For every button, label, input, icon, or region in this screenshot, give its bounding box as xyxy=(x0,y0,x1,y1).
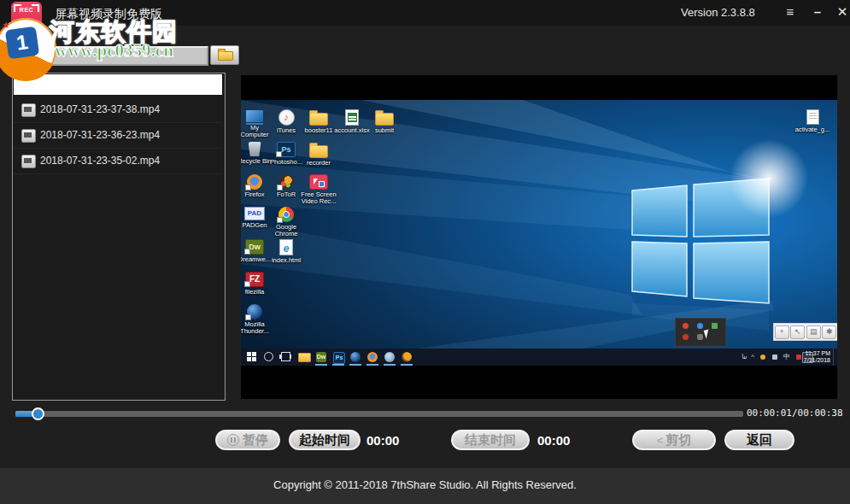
recordings-list-panel: 2018-07-31-23-37-38.mp4 2018-07-31-23-36… xyxy=(12,73,226,401)
taskbar-photoshop-icon: Ps xyxy=(333,352,345,364)
document-icon xyxy=(806,109,819,125)
app-window: REC 屏幕视频录制免费版 Version 2.3.8.8 ≡ – ✕ ★ 1 … xyxy=(0,0,850,504)
recorder-mini-toolbar: + ↖ ▤ ✱ xyxy=(773,323,837,341)
tray-red-icon xyxy=(683,323,689,329)
seek-thumb[interactable] xyxy=(32,407,44,420)
desktop-icon-activate-guide: activate_g... xyxy=(794,109,830,133)
padgen-icon: PAD xyxy=(244,207,265,220)
firefox-icon xyxy=(247,174,262,190)
desktop-icon-account-xlsx: account.xlsx xyxy=(334,109,370,134)
version-label: Version 2.3.8.8 xyxy=(681,6,755,19)
minimize-icon[interactable]: – xyxy=(807,3,828,21)
end-time-button[interactable]: 结束时间 xyxy=(451,430,530,450)
show-desktop-sliver xyxy=(833,349,837,366)
file-row-2[interactable]: 2018-07-31-23-36-23.mp4 xyxy=(14,122,222,149)
volume-icon xyxy=(772,355,777,360)
taskbar-firefox-icon xyxy=(367,352,378,362)
pause-button[interactable]: 暂停 xyxy=(215,430,280,450)
desktop-icon-booster11: booster11 xyxy=(301,109,337,134)
tray-rec-icon xyxy=(796,355,801,360)
end-time-value: 00:00 xyxy=(537,433,570,448)
clock-date: 7/31/2018 xyxy=(804,357,830,364)
move-tool-icon: + xyxy=(775,325,789,339)
desktop-icon-submit: submit xyxy=(366,109,402,134)
desktop-icon-filezilla: FZ filezilla xyxy=(241,272,273,296)
ime-indicator: 中 xyxy=(783,353,790,360)
chrome-icon xyxy=(278,207,294,222)
file-row-1[interactable]: 2018-07-31-23-37-38.mp4 xyxy=(14,97,222,123)
folder-icon xyxy=(218,51,233,61)
split-tool-icon: ▤ xyxy=(806,325,821,339)
start-button-icon xyxy=(247,352,257,362)
tray-overflow-popup xyxy=(675,318,726,347)
desktop-icon-itunes: ♪ iTunes xyxy=(268,109,304,134)
start-time-value: 00:00 xyxy=(366,433,399,448)
browse-folder-button[interactable] xyxy=(210,45,239,65)
folder-icon xyxy=(309,145,328,158)
video-file-icon xyxy=(21,155,36,168)
playback-time-display: 00:00:01/00:00:38 xyxy=(747,407,843,419)
taskbar-clock: 11:37 PM 7/31/2018 xyxy=(804,350,830,364)
chevron-up-icon: ^ xyxy=(751,353,754,360)
tray-color-icon xyxy=(683,334,689,340)
taskbar-thunderbird-icon xyxy=(350,352,361,362)
windows-taskbar: Dw Ps ᘈ^ 中 11:37 PM xyxy=(241,349,837,366)
tray-green-icon xyxy=(712,323,718,329)
dreamweaver-icon: Dw xyxy=(245,239,264,255)
file-name: 2018-07-31-23-37-38.mp4 xyxy=(40,103,160,115)
video-preview-area[interactable]: My Computer ♪ iTunes booster11 account.x… xyxy=(241,75,837,399)
taskbar-browser-icon xyxy=(384,352,395,362)
video-file-icon xyxy=(21,129,36,143)
desktop-icon-index-html: e index.html xyxy=(268,239,304,264)
system-tray: ᘈ^ 中 xyxy=(738,349,801,366)
desktop-icon-photoshop: Ps Photosho... xyxy=(268,142,304,166)
taskbar-dreamweaver-icon: Dw xyxy=(316,352,326,362)
desktop-icon-free-screen-video-recorder: Free Screen Video Rec... xyxy=(301,174,337,205)
watermark-site-url: www.pc0359.cn xyxy=(55,40,173,62)
cut-button[interactable]: < 剪切 xyxy=(632,430,716,450)
photoshop-icon: Ps xyxy=(277,142,296,157)
footer-bar: Copyright © 2011-2018 7thShare Studio. A… xyxy=(0,468,850,504)
itunes-icon: ♪ xyxy=(278,109,295,126)
computer-icon xyxy=(245,109,264,123)
tray-blue-icon xyxy=(697,323,703,329)
task-view-icon xyxy=(281,352,290,361)
thunderbird-icon xyxy=(247,304,262,319)
recycle-bin-icon xyxy=(249,142,261,156)
settings-gear-icon: ✱ xyxy=(822,325,836,339)
start-time-button[interactable]: 起始时间 xyxy=(289,430,361,450)
folder-icon xyxy=(375,113,394,126)
excel-file-icon xyxy=(345,109,359,126)
menu-icon[interactable]: ≡ xyxy=(780,3,800,21)
scissors-icon: < xyxy=(657,434,664,447)
recorded-desktop-frame: My Computer ♪ iTunes booster11 account.x… xyxy=(241,100,837,366)
copyright-text: Copyright © 2011-2018 7thShare Studio. A… xyxy=(273,478,577,491)
clock-time: 11:37 PM xyxy=(804,350,830,357)
back-button[interactable]: 返回 xyxy=(724,430,794,450)
tray-gray-icon xyxy=(697,334,703,340)
file-name: 2018-07-31-23-36-23.mp4 xyxy=(40,129,160,141)
desktop-icon-chrome: Google Chrome xyxy=(268,207,304,237)
people-icon: ᘈ xyxy=(742,353,747,360)
desktop-icon-fotor: FoToR xyxy=(268,174,304,198)
seek-bar[interactable] xyxy=(15,411,743,417)
mouse-cursor xyxy=(704,329,712,338)
file-row-3[interactable]: 2018-07-31-23-35-02.mp4 xyxy=(14,148,222,174)
desktop-icon-recorder: recorder xyxy=(301,142,337,167)
close-icon[interactable]: ✕ xyxy=(832,3,850,21)
watermark-logo: ★ 1 xyxy=(0,18,56,81)
folder-icon xyxy=(309,113,328,126)
cortana-icon xyxy=(264,352,273,361)
screen-recorder-icon xyxy=(309,174,328,190)
windows-wallpaper xyxy=(241,100,837,366)
list-header-row xyxy=(14,74,222,95)
video-file-icon xyxy=(21,103,36,117)
taskbar-fotor-icon xyxy=(402,352,412,362)
filezilla-icon: FZ xyxy=(245,272,264,287)
file-name: 2018-07-31-23-35-02.mp4 xyxy=(40,155,160,167)
watermark-digit: 1 xyxy=(5,26,39,60)
fotor-icon xyxy=(278,174,294,190)
pause-icon xyxy=(227,434,239,446)
cursor-tool-icon: ↖ xyxy=(790,325,805,339)
file-explorer-icon xyxy=(298,353,311,362)
